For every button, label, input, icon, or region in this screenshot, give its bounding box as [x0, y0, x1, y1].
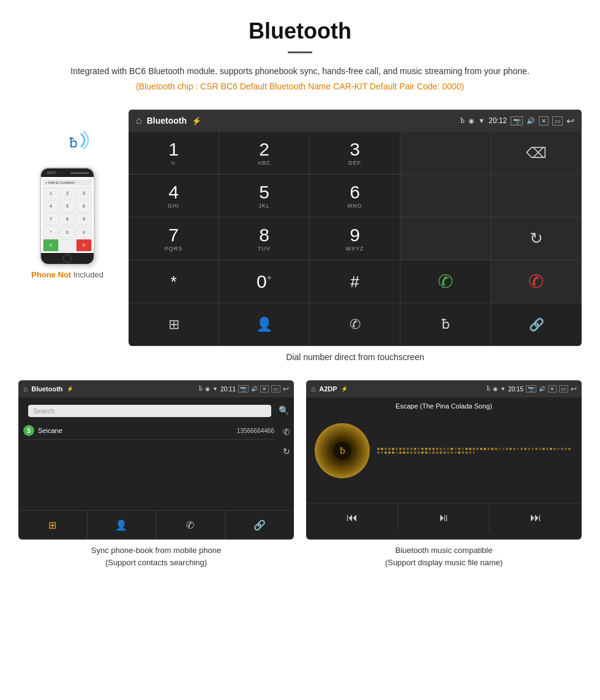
viz-dot	[509, 448, 512, 450]
viz-dot	[480, 448, 482, 450]
close-icon: ✕	[539, 116, 549, 126]
key-0[interactable]: 0 +	[219, 260, 310, 303]
viz-dot	[440, 451, 442, 454]
viz-dot	[403, 448, 405, 450]
phonebook-nav-phone[interactable]: ✆	[156, 511, 225, 540]
viz-dot	[458, 448, 460, 450]
bottom-panels: ⌂ Bluetooth ⚡ ƀ ◉ ▼ 20:11 📷 🔊 ✕ ▭ ↩	[0, 380, 600, 587]
phonebook-contact-item[interactable]: S Seicane 13566664466	[23, 422, 274, 440]
nav-grid-icon[interactable]: ⊞	[129, 303, 219, 346]
viz-dot	[388, 451, 391, 454]
phonebook-search-input[interactable]: Search	[28, 405, 271, 417]
viz-dot	[384, 451, 387, 454]
phonebook-usb-icon: ⚡	[67, 386, 73, 392]
music-song-area: Escape (The Pina Colada Song)	[306, 397, 582, 418]
phone-call-button[interactable]: ✆	[43, 239, 59, 252]
key-6[interactable]: 6 MNO	[310, 175, 400, 217]
viz-dot	[473, 451, 475, 454]
phonebook-status-right: ƀ ◉ ▼ 20:11 📷 🔊 ✕ ▭ ↩	[199, 385, 289, 393]
key-refresh[interactable]: ↻	[491, 217, 582, 260]
music-disc: ƀ	[315, 423, 370, 478]
phonebook-panel: ⌂ Bluetooth ⚡ ƀ ◉ ▼ 20:11 📷 🔊 ✕ ▭ ↩	[18, 380, 294, 568]
key-3[interactable]: 3 DEF	[310, 132, 400, 175]
phonebook-side-icons: ✆ ↻	[279, 422, 294, 461]
music-status-bar: ⌂ A2DP ⚡ ƀ ◉ ▼ 20:15 📷 🔊 ✕ ▭ ↩	[306, 380, 582, 397]
key-4[interactable]: 4 GHI	[129, 175, 219, 217]
viz-dot	[454, 448, 457, 450]
key-5[interactable]: 5 JKL	[219, 175, 310, 217]
key-2[interactable]: 2 ABC	[219, 132, 310, 175]
dial-time: 20:12	[489, 116, 507, 125]
viz-dot	[443, 451, 446, 454]
key-7[interactable]: 7 PQRS	[129, 217, 219, 260]
viz-dot	[528, 448, 530, 450]
viz-dot	[432, 451, 435, 454]
music-home-icon[interactable]: ⌂	[311, 385, 315, 393]
viz-dot	[524, 448, 527, 450]
viz-dot	[476, 448, 479, 450]
nav-person-icon[interactable]: 👤	[219, 303, 310, 346]
viz-dot	[465, 451, 468, 454]
key-1[interactable]: 1 ∿	[129, 132, 219, 175]
phone-key-7: 7	[43, 213, 59, 225]
key-star[interactable]: *	[129, 260, 219, 303]
music-caption: Bluetooth music compatible (Support disp…	[306, 540, 582, 568]
key-8[interactable]: 8 TUV	[219, 217, 310, 260]
phone-key-empty	[59, 239, 75, 252]
back-icon[interactable]: ↩	[566, 115, 574, 127]
key-hash[interactable]: #	[310, 260, 400, 303]
phone-key-hash: #	[76, 226, 92, 238]
phonebook-call-icon[interactable]: ✆	[283, 427, 290, 437]
dial-status-right: ƀ ◉ ▼ 20:12 📷 🔊 ✕ ▭ ↩	[460, 115, 574, 127]
key-9[interactable]: 9 WXYZ	[310, 217, 400, 260]
viz-dot	[403, 451, 405, 454]
key-call-red[interactable]: ✆	[491, 260, 582, 303]
phone-key-5: 5	[59, 200, 75, 213]
viz-dot	[491, 448, 493, 450]
music-screen: ⌂ A2DP ⚡ ƀ ◉ ▼ 20:15 📷 🔊 ✕ ▭ ↩ E	[306, 380, 582, 540]
viz-dot	[407, 451, 409, 454]
music-prev-button[interactable]: ⏮	[306, 503, 398, 532]
viz-dot	[440, 448, 442, 450]
pb-back-icon[interactable]: ↩	[283, 385, 289, 393]
viz-dot	[425, 451, 427, 454]
phone-top-bar: MOTO	[41, 168, 94, 177]
home-icon[interactable]: ⌂	[136, 115, 142, 126]
phone-key-3: 3	[76, 187, 92, 199]
search-icon[interactable]: 🔍	[279, 405, 289, 415]
music-back-icon[interactable]: ↩	[571, 385, 577, 393]
nav-bluetooth-icon[interactable]: ƀ	[400, 303, 491, 346]
viz-dot	[399, 448, 402, 450]
viz-dot	[410, 451, 413, 454]
music-time: 20:15	[508, 386, 523, 393]
viz-dot	[377, 451, 380, 454]
phonebook-nav-person[interactable]: 👤	[88, 511, 157, 540]
phone-screen: + Add to Contacts 1 2 3 4 5 6 7 8 9 * 0 …	[41, 177, 94, 253]
music-playpause-button[interactable]: ⏯	[398, 503, 490, 532]
viz-dot	[381, 451, 383, 454]
viz-dot	[392, 451, 394, 454]
phonebook-nav-link[interactable]: 🔗	[225, 511, 294, 540]
viz-dot	[561, 448, 563, 450]
contact-phone: 13566664466	[237, 427, 274, 434]
viz-dot	[421, 451, 424, 454]
key-backspace[interactable]: ⌫	[491, 132, 582, 175]
viz-dot	[432, 448, 435, 450]
nav-link-icon[interactable]: 🔗	[491, 303, 582, 346]
viz-dot	[447, 448, 449, 450]
music-visualizer	[377, 448, 573, 454]
music-camera-icon: 📷	[526, 385, 536, 393]
phonebook-nav-grid[interactable]: ⊞	[18, 511, 88, 540]
phonebook-refresh-icon[interactable]: ↻	[283, 446, 290, 456]
phone-endcall-button[interactable]: ✆	[76, 239, 92, 252]
viz-dot	[469, 448, 471, 450]
phone-body: MOTO + Add to Contacts 1 2 3 4 5 6 7 8 9…	[40, 167, 95, 265]
key-empty-2b	[491, 175, 582, 217]
music-next-button[interactable]: ⏭	[490, 503, 582, 532]
nav-phone-icon[interactable]: ✆	[310, 303, 400, 346]
viz-dot	[535, 448, 538, 450]
dial-screen-title: Bluetooth	[147, 116, 187, 126]
phonebook-spacer	[18, 461, 294, 510]
key-call-green[interactable]: ✆	[400, 260, 491, 303]
phonebook-home-icon[interactable]: ⌂	[23, 385, 28, 393]
